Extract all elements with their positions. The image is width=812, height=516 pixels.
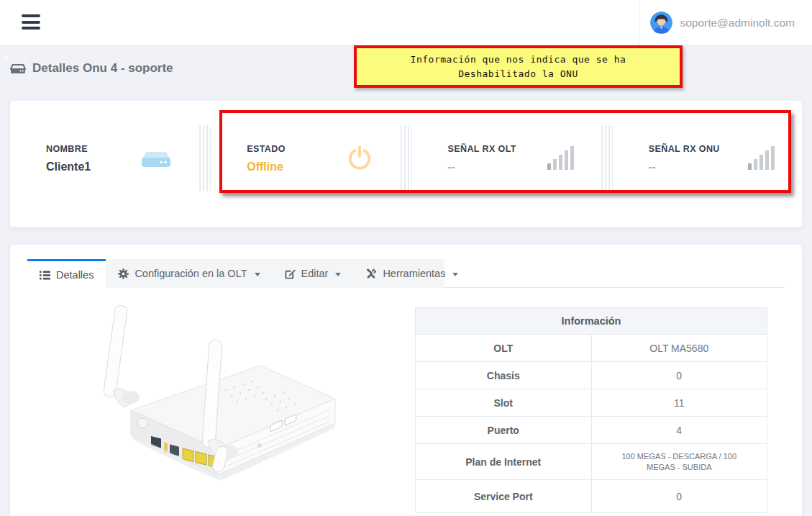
onu-device-icon [140,145,172,171]
onu-status-card: NOMBRE Cliente1 ESTADO Offline [10,101,802,227]
table-row: Slot 11 [416,389,767,417]
stat-senal-rx-olt: SEÑAL RX OLT -- [412,144,601,173]
signal-bars-icon [747,146,775,171]
stat-value: Cliente1 [46,160,91,173]
tab-label: Detalles [56,269,93,281]
table-row: Puerto 4 [416,417,767,444]
tab-label: Configuración en la OLT [134,268,247,279]
table-row: Plan de Internet 100 MEGAS - DESCARGA / … [416,444,767,480]
stat-label: SEÑAL RX OLT [448,144,516,154]
edit-icon [285,268,296,279]
row-label: Slot [416,389,592,417]
tabs-row: Detalles [27,259,785,288]
tab-label: Herramientas [383,268,445,279]
row-value: OLT MA5680 [591,335,767,362]
page-title: Detalles Onu 4 - soporte [32,61,173,76]
table-row: OLT OLT MA5680 [416,335,767,362]
onu-details-page: soporte@adminolt.com + + Detalles Onu 4 … [0,0,812,516]
gear-icon [118,268,129,279]
annotation-text: Información que nos indica que se ha Des… [386,53,652,81]
stat-label: ESTADO [247,144,286,154]
stat-value: -- [448,160,516,173]
details-card: Detalles [10,245,802,516]
stat-nombre: NOMBRE Cliente1 [10,144,199,173]
tab-label: Editar [301,268,329,279]
row-value: 0 [591,362,767,389]
annotation-note: Información que nos indica que se ha Des… [354,45,683,88]
tab-configuracion-olt[interactable]: Configuración en la OLT [106,259,272,288]
row-label: Puerto [416,417,592,444]
chevron-down-icon [255,273,260,276]
row-value: 11 [591,389,767,417]
stat-divider [199,125,211,191]
row-value: 4 [591,417,767,444]
stat-value: -- [649,160,720,173]
tab-herramientas[interactable]: Herramientas [353,259,470,288]
stat-estado: ESTADO Offline [211,144,400,173]
tabs-strip: Detalles [27,259,444,288]
tab-detalles[interactable]: Detalles [27,259,106,289]
stat-divider [401,125,412,191]
stat-divider [601,125,613,191]
row-label: Plan de Internet [416,444,592,480]
stat-label: SEÑAL RX ONU [649,144,720,154]
row-label: Service Port [416,480,592,513]
stat-value-offline: Offline [247,160,286,173]
onu-product-image [82,297,362,512]
user-email: soporte@adminolt.com [680,17,795,30]
stat-label: NOMBRE [46,144,91,154]
row-label: Chasis [416,362,592,389]
chevron-down-icon [335,273,341,276]
user-avatar [650,12,672,34]
hamburger-menu-icon[interactable] [22,14,42,32]
power-icon [346,145,373,172]
informacion-table: Información OLT OLT MA5680 Chasis 0 Slot… [415,307,767,513]
table-row: Chasis 0 [416,362,767,389]
topbar: soporte@adminolt.com [0,0,812,45]
row-value: 0 [591,480,767,513]
table-row: Service Port 0 [416,480,767,513]
user-menu[interactable]: soporte@adminolt.com [639,0,802,45]
signal-bars-icon [547,146,574,171]
stat-senal-rx-onu: SEÑAL RX ONU -- [613,144,802,173]
row-label: OLT [416,335,592,362]
tools-icon [365,268,377,279]
onu-device-icon [10,61,26,76]
row-value: 100 MEGAS - DESCARGA / 100 MEGAS - SUBID… [591,444,767,480]
list-icon [40,271,50,280]
table-header: Información [416,308,767,335]
tab-editar[interactable]: Editar [273,259,354,288]
chevron-down-icon [452,273,458,276]
